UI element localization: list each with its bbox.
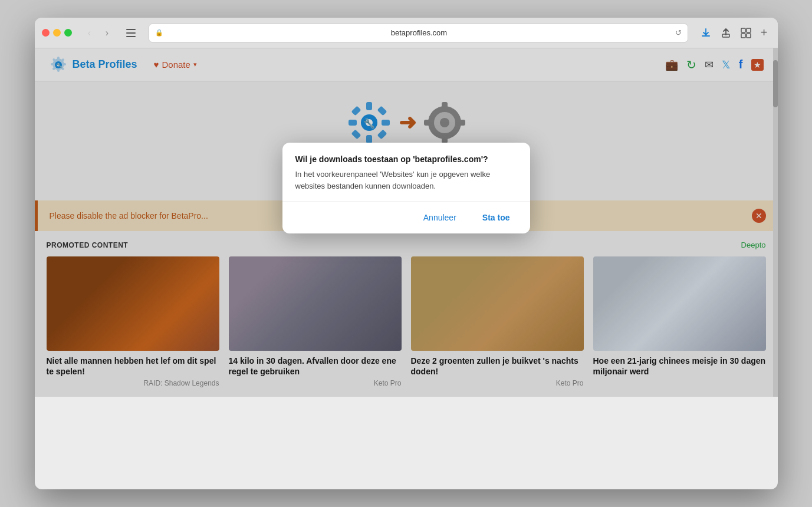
svg-rect-7 bbox=[741, 34, 745, 38]
svg-rect-5 bbox=[741, 28, 745, 32]
svg-rect-8 bbox=[747, 34, 751, 38]
new-tab-arrange-button[interactable] bbox=[738, 25, 754, 41]
browser-window: ‹ › 🔒 betaprofiles.com ↺ bbox=[35, 18, 778, 489]
dialog-overlay: Wil je downloads toestaan op 'betaprofil… bbox=[35, 48, 778, 397]
svg-rect-2 bbox=[126, 36, 136, 37]
lock-icon: 🔒 bbox=[155, 29, 163, 37]
add-tab-button[interactable]: + bbox=[758, 27, 771, 39]
download-button[interactable] bbox=[698, 25, 714, 41]
cancel-button[interactable]: Annuleer bbox=[413, 209, 467, 226]
traffic-lights bbox=[42, 29, 72, 37]
toolbar-right: + bbox=[698, 25, 771, 41]
minimize-button[interactable] bbox=[53, 29, 61, 37]
download-permission-dialog: Wil je downloads toestaan op 'betaprofil… bbox=[282, 143, 530, 233]
share-button[interactable] bbox=[718, 25, 734, 41]
close-button[interactable] bbox=[42, 29, 50, 37]
dialog-title: Wil je downloads toestaan op 'betaprofil… bbox=[295, 154, 517, 164]
dialog-body: Wil je downloads toestaan op 'betaprofil… bbox=[282, 143, 530, 201]
back-button[interactable]: ‹ bbox=[81, 25, 98, 41]
svg-rect-6 bbox=[747, 28, 751, 32]
website-content: 🔧 Beta Profiles ♥ Donate ▾ 💼 ↻ ✉ 𝕏 f ★ bbox=[35, 48, 778, 397]
dialog-footer: Annuleer Sta toe bbox=[282, 201, 530, 233]
sidebar-toggle-button[interactable] bbox=[123, 25, 139, 41]
url-text: betaprofiles.com bbox=[167, 28, 672, 37]
dialog-message: In het voorkeurenpaneel 'Websites' kun j… bbox=[295, 169, 517, 192]
svg-rect-4 bbox=[722, 34, 729, 37]
svg-rect-0 bbox=[126, 29, 136, 30]
svg-rect-1 bbox=[126, 32, 136, 34]
title-bar: ‹ › 🔒 betaprofiles.com ↺ bbox=[35, 18, 778, 48]
svg-rect-3 bbox=[702, 35, 710, 37]
allow-button[interactable]: Sta toe bbox=[472, 209, 521, 226]
address-bar[interactable]: 🔒 betaprofiles.com ↺ bbox=[149, 24, 688, 42]
nav-buttons: ‹ › bbox=[81, 25, 116, 41]
dialog-footer-wrapper: Annuleer Sta toe ↑ bbox=[282, 201, 530, 233]
fullscreen-button[interactable] bbox=[64, 29, 72, 37]
reload-button[interactable]: ↺ bbox=[675, 28, 682, 37]
forward-button[interactable]: › bbox=[99, 25, 116, 41]
